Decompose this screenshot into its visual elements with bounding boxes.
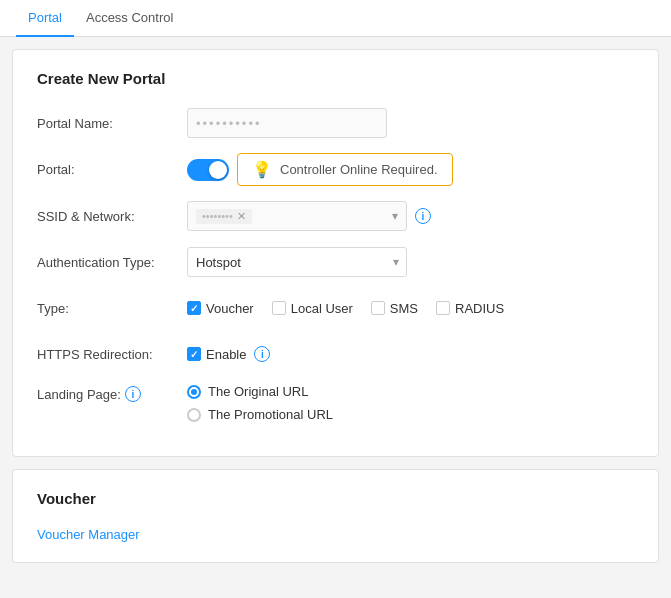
type-control: ✓ Voucher Local User SMS RADIUS xyxy=(187,301,634,316)
ssid-network-control: •••••••• ✕ ▾ i xyxy=(187,201,634,231)
ssid-network-row: SSID & Network: •••••••• ✕ ▾ i xyxy=(37,200,634,232)
landing-original-item[interactable]: The Original URL xyxy=(187,384,333,399)
ssid-tag: •••••••• ✕ xyxy=(196,209,252,224)
landing-promotional-radio[interactable] xyxy=(187,408,201,422)
landing-page-row: Landing Page: i The Original URL The Pro… xyxy=(37,384,634,422)
auth-type-row: Authentication Type: Hotspot External Po… xyxy=(37,246,634,278)
https-check-icon: ✓ xyxy=(190,349,198,360)
type-voucher-label: Voucher xyxy=(206,301,254,316)
portal-name-control xyxy=(187,108,634,138)
tab-access-control[interactable]: Access Control xyxy=(74,0,185,37)
voucher-section: Voucher Voucher Manager xyxy=(12,469,659,563)
landing-original-label: The Original URL xyxy=(208,384,308,399)
type-local-user-item[interactable]: Local User xyxy=(272,301,353,316)
type-sms-item[interactable]: SMS xyxy=(371,301,418,316)
alert-bulb-icon: 💡 xyxy=(252,160,272,179)
landing-page-label: Landing Page: i xyxy=(37,384,187,402)
https-info-icon[interactable]: i xyxy=(254,346,270,362)
type-local-user-checkbox[interactable] xyxy=(272,301,286,315)
type-radius-label: RADIUS xyxy=(455,301,504,316)
landing-page-control: The Original URL The Promotional URL xyxy=(187,384,634,422)
portal-name-row: Portal Name: xyxy=(37,107,634,139)
landing-page-radio-group: The Original URL The Promotional URL xyxy=(187,384,333,422)
portal-name-input[interactable] xyxy=(187,108,387,138)
portal-toggle[interactable] xyxy=(187,159,229,181)
create-portal-section: Create New Portal Portal Name: Portal: 💡… xyxy=(12,49,659,457)
https-label: HTTPS Redirection: xyxy=(37,347,187,362)
auth-type-label: Authentication Type: xyxy=(37,255,187,270)
landing-promotional-label: The Promotional URL xyxy=(208,407,333,422)
voucher-title: Voucher xyxy=(37,490,634,507)
ssid-info-icon[interactable]: i xyxy=(415,208,431,224)
auth-type-select[interactable]: Hotspot External Portal Server No Authen… xyxy=(187,247,407,277)
portal-name-label: Portal Name: xyxy=(37,116,187,131)
portal-row: Portal: 💡 Controller Online Required. xyxy=(37,153,634,186)
ssid-caret-icon: ▾ xyxy=(392,209,398,223)
toggle-thumb xyxy=(209,161,227,179)
auth-type-select-wrap: Hotspot External Portal Server No Authen… xyxy=(187,247,407,277)
type-voucher-checkbox[interactable]: ✓ xyxy=(187,301,201,315)
landing-original-radio[interactable] xyxy=(187,385,201,399)
controller-alert: 💡 Controller Online Required. xyxy=(237,153,453,186)
tab-bar: Portal Access Control xyxy=(0,0,671,37)
alert-text: Controller Online Required. xyxy=(280,162,438,177)
ssid-tag-value: •••••••• xyxy=(202,210,233,222)
type-voucher-item[interactable]: ✓ Voucher xyxy=(187,301,254,316)
type-label: Type: xyxy=(37,301,187,316)
create-portal-title: Create New Portal xyxy=(37,70,634,87)
type-row: Type: ✓ Voucher Local User SMS RADIUS xyxy=(37,292,634,324)
landing-original-radio-dot xyxy=(191,389,197,395)
landing-promotional-item[interactable]: The Promotional URL xyxy=(187,407,333,422)
https-enable-checkbox[interactable]: ✓ xyxy=(187,347,201,361)
portal-label: Portal: xyxy=(37,162,187,177)
tab-portal[interactable]: Portal xyxy=(16,0,74,37)
ssid-tag-input[interactable]: •••••••• ✕ ▾ xyxy=(187,201,407,231)
type-radius-checkbox[interactable] xyxy=(436,301,450,315)
https-control: ✓ Enable i xyxy=(187,346,634,362)
type-sms-checkbox[interactable] xyxy=(371,301,385,315)
type-sms-label: SMS xyxy=(390,301,418,316)
type-radius-item[interactable]: RADIUS xyxy=(436,301,504,316)
portal-control: 💡 Controller Online Required. xyxy=(187,153,634,186)
https-row: HTTPS Redirection: ✓ Enable i xyxy=(37,338,634,370)
type-local-user-label: Local User xyxy=(291,301,353,316)
https-enable-item[interactable]: ✓ Enable xyxy=(187,347,246,362)
https-enable-label: Enable xyxy=(206,347,246,362)
ssid-tag-close-icon[interactable]: ✕ xyxy=(237,210,246,223)
landing-page-info-icon[interactable]: i xyxy=(125,386,141,402)
type-voucher-check-icon: ✓ xyxy=(190,303,198,314)
auth-type-control: Hotspot External Portal Server No Authen… xyxy=(187,247,634,277)
ssid-network-label: SSID & Network: xyxy=(37,209,187,224)
voucher-manager-link[interactable]: Voucher Manager xyxy=(37,527,140,542)
